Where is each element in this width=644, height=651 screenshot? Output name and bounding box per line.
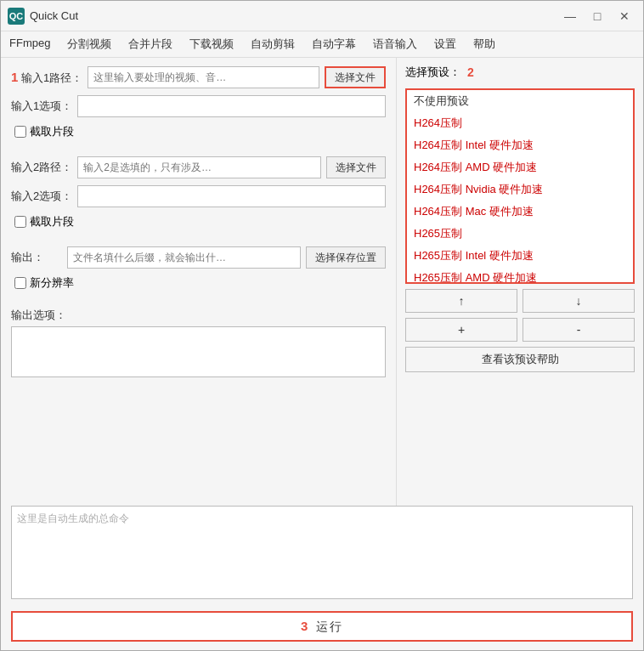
preset-item[interactable]: H265压制 [407, 223, 633, 245]
menu-item-下载视频[interactable]: 下载视频 [181, 33, 242, 55]
new-res-checkbox[interactable] [14, 277, 26, 289]
run-button[interactable]: 3 运行 [11, 611, 633, 642]
output-options-label: 输出选项： [11, 309, 66, 321]
menu-item-自动字幕[interactable]: 自动字幕 [303, 33, 364, 55]
input2-options-label: 输入2选项： [11, 189, 72, 204]
preset-item[interactable]: H264压制 AMD 硬件加速 [407, 156, 633, 178]
app-title: Quick Cut [30, 9, 78, 22]
input1-path-row: 1 输入1路径： 选择文件 [11, 66, 386, 88]
new-res-label: 新分辨率 [30, 275, 74, 291]
run-button-container: 3 运行 [1, 606, 643, 650]
preset-item[interactable]: H264压制 [407, 112, 633, 134]
clip2-checkbox[interactable] [14, 216, 26, 228]
preset-header: 选择预设： 2 [405, 65, 635, 80]
run-badge: 3 [301, 619, 309, 633]
minimize-button[interactable]: — [558, 7, 582, 25]
preset-up-button[interactable]: ↑ [405, 289, 517, 313]
preset-list[interactable]: 不使用预设H264压制H264压制 Intel 硬件加速H264压制 AMD 硬… [405, 88, 635, 284]
app-window: QC Quick Cut — □ ✕ FFmpeg分割视频合并片段下载视频自动剪… [0, 0, 644, 651]
clip1-label: 截取片段 [30, 124, 74, 139]
run-label: 运行 [316, 620, 343, 633]
clip1-checkbox[interactable] [14, 126, 26, 138]
preset-badge: 2 [467, 65, 474, 79]
clip1-row: 截取片段 [14, 124, 386, 139]
output-label: 输出： [11, 250, 62, 265]
left-panel: 1 输入1路径： 选择文件 输入1选项： 截取片段 输入2路径： [1, 58, 397, 506]
output-options-row: 输出选项： [11, 308, 386, 380]
output-row: 输出： 选择保存位置 [11, 246, 386, 269]
title-bar-controls: — □ ✕ [558, 7, 636, 25]
new-res-row: 新分辨率 [14, 275, 386, 291]
preset-item[interactable]: H264压制 Mac 硬件加速 [407, 201, 633, 223]
command-placeholder: 这里是自动生成的总命令 [17, 512, 129, 524]
preset-nav-btns: ↑ ↓ + - [405, 289, 635, 342]
input1-options-row: 输入1选项： [11, 95, 386, 117]
clip2-row: 截取片段 [14, 214, 386, 229]
preset-help-button[interactable]: 查看该预设帮助 [405, 347, 635, 372]
menu-item-FFmpeg[interactable]: FFmpeg [1, 33, 59, 55]
preset-item[interactable]: H264压制 Nvidia 硬件加速 [407, 178, 633, 201]
input1-choose-button[interactable]: 选择文件 [325, 66, 386, 88]
input1-options-label: 输入1选项： [11, 99, 72, 114]
input1-path-field[interactable] [88, 66, 319, 88]
preset-down-button[interactable]: ↓ [523, 289, 635, 313]
right-panel: 选择预设： 2 不使用预设H264压制H264压制 Intel 硬件加速H264… [397, 58, 643, 506]
menu-item-帮助[interactable]: 帮助 [465, 33, 504, 55]
main-content: 1 输入1路径： 选择文件 输入1选项： 截取片段 输入2路径： [1, 58, 643, 506]
preset-item[interactable]: H265压制 AMD 硬件加速 [407, 267, 633, 284]
input1-options-field[interactable] [77, 95, 386, 117]
menu-item-自动剪辑[interactable]: 自动剪辑 [242, 33, 303, 55]
menu-item-语音输入[interactable]: 语音输入 [364, 33, 426, 55]
input2-options-row: 输入2选项： [11, 185, 386, 207]
input2-choose-button[interactable]: 选择文件 [326, 156, 386, 178]
input2-path-row: 输入2路径： 选择文件 [11, 156, 386, 178]
preset-item[interactable]: H264压制 Intel 硬件加速 [407, 134, 633, 156]
preset-add-button[interactable]: + [405, 318, 517, 342]
preset-item[interactable]: 不使用预设 [407, 90, 633, 112]
maximize-button[interactable]: □ [585, 7, 609, 25]
input1-path-label: 1 输入1路径： [11, 70, 82, 86]
title-bar-left: QC Quick Cut [8, 8, 78, 25]
menu-item-合并片段[interactable]: 合并片段 [120, 33, 181, 55]
menu-item-分割视频[interactable]: 分割视频 [59, 33, 120, 55]
badge-1: 1 [11, 70, 18, 84]
output-options-textarea[interactable] [11, 326, 386, 377]
command-area: 这里是自动生成的总命令 [11, 506, 633, 599]
preset-item[interactable]: H265压制 Intel 硬件加速 [407, 245, 633, 267]
title-bar: QC Quick Cut — □ ✕ [1, 1, 643, 31]
menu-item-设置[interactable]: 设置 [426, 33, 465, 55]
output-field[interactable] [67, 246, 301, 269]
app-icon: QC [8, 8, 25, 25]
menu-bar: FFmpeg分割视频合并片段下载视频自动剪辑自动字幕语音输入设置帮助 [1, 31, 643, 58]
clip2-label: 截取片段 [30, 214, 74, 229]
input2-path-label: 输入2路径： [11, 160, 72, 175]
close-button[interactable]: ✕ [613, 7, 636, 25]
input2-path-field[interactable] [77, 156, 321, 178]
preset-label: 选择预设： [405, 65, 460, 80]
output-choose-button[interactable]: 选择保存位置 [306, 246, 386, 269]
preset-remove-button[interactable]: - [523, 318, 635, 342]
input2-options-field[interactable] [77, 185, 386, 207]
